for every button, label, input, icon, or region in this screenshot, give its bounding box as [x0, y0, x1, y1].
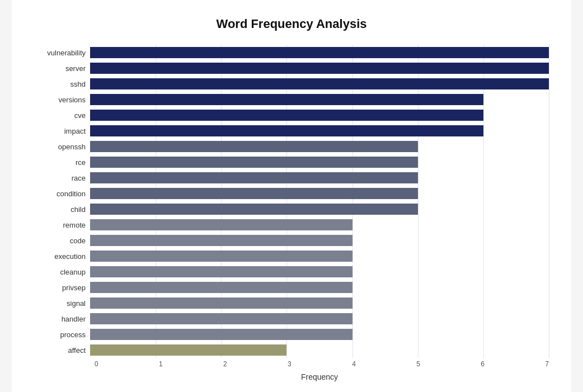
chart-area: vulnerabilityserversshdversionscveimpact… [34, 45, 549, 358]
x-tick: 0 [95, 360, 98, 368]
bar-row [90, 123, 549, 139]
y-axis: vulnerabilityserversshdversionscveimpact… [34, 45, 90, 358]
bar-row [90, 139, 549, 154]
y-label: code [70, 233, 86, 248]
bars-section [90, 45, 549, 358]
x-tick-container: 01234567 [95, 360, 549, 368]
bar-row [90, 327, 549, 342]
bar-row [90, 107, 549, 123]
bar-row [90, 264, 549, 280]
y-label: child [70, 201, 86, 217]
bar-row [90, 60, 549, 76]
y-label: openssh [58, 139, 86, 154]
bar-row [90, 280, 549, 295]
y-label: remote [63, 217, 86, 233]
y-label: impact [64, 123, 86, 139]
bar [90, 94, 483, 105]
bar [90, 282, 352, 293]
y-label: vulnerability [47, 45, 86, 60]
bar-row [90, 233, 549, 248]
bar [90, 110, 483, 121]
bar-row [90, 154, 549, 170]
chart-container: Word Frequency Analysis vulnerabilityser… [12, 0, 571, 392]
bar [90, 297, 352, 309]
bar-row [90, 170, 549, 186]
bar-row [90, 342, 549, 358]
bar-row [90, 201, 549, 217]
bar [90, 204, 418, 215]
x-axis: 01234567 [95, 360, 549, 368]
y-label: rce [76, 154, 86, 170]
bar-row [90, 311, 549, 327]
x-tick: 5 [416, 360, 420, 368]
y-label: execution [54, 248, 86, 264]
y-label: sshd [70, 76, 86, 92]
bar-row [90, 92, 549, 107]
y-label: signal [67, 295, 86, 311]
x-axis-label: Frequency [90, 372, 549, 381]
bar [90, 313, 352, 324]
bar-row [90, 248, 549, 264]
bar [90, 188, 418, 199]
x-tick: 6 [481, 360, 485, 368]
bar [90, 329, 352, 340]
y-label: affect [68, 342, 86, 358]
bar-row [90, 186, 549, 201]
bar [90, 157, 418, 168]
y-label: privsep [62, 280, 86, 295]
y-label: process [60, 327, 86, 342]
bar [90, 251, 352, 262]
x-tick: 7 [545, 360, 549, 368]
y-label: versions [59, 92, 86, 107]
bar [90, 47, 549, 58]
x-tick: 3 [288, 360, 292, 368]
bar [90, 172, 418, 183]
bar [90, 141, 418, 152]
bar-row [90, 45, 549, 60]
bar-row [90, 76, 549, 92]
bar [90, 63, 549, 74]
bar-row [90, 295, 549, 311]
bar [90, 125, 483, 136]
chart-title: Word Frequency Analysis [34, 17, 549, 31]
bar [90, 344, 286, 356]
y-label: cve [74, 107, 86, 123]
y-label: race [72, 170, 86, 186]
bar [90, 219, 352, 230]
x-tick: 2 [223, 360, 227, 368]
bar [90, 235, 352, 246]
y-label: condition [57, 186, 86, 201]
bar [90, 78, 549, 89]
x-tick: 4 [352, 360, 356, 368]
y-label: cleanup [60, 264, 86, 280]
x-tick: 1 [159, 360, 163, 368]
bar [90, 266, 352, 277]
y-label: handler [62, 311, 86, 327]
bar-row [90, 217, 549, 233]
y-label: server [65, 60, 86, 76]
